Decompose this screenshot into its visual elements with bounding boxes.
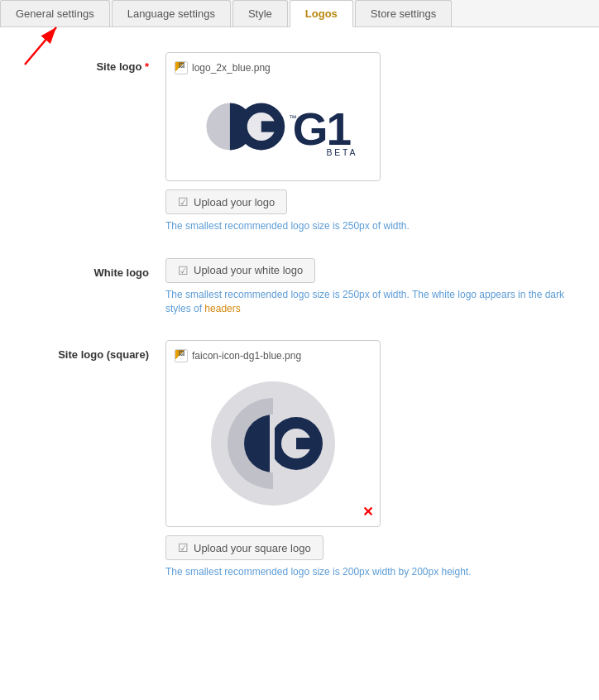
upload-icon: ☑ xyxy=(178,195,189,209)
site-logo-square-row: Site logo (square) 🖼 faicon-icon-dg1-blu… xyxy=(33,340,566,579)
white-logo-label: White logo xyxy=(33,258,165,279)
upload-logo-button[interactable]: ☑ Upload your logo xyxy=(165,189,287,214)
upload-white-icon: ☑ xyxy=(178,264,189,277)
delete-square-logo-button[interactable]: ✕ xyxy=(362,504,373,520)
tab-logos[interactable]: Logos xyxy=(290,0,353,27)
arrow-indicator xyxy=(8,11,74,69)
dg1-square-logo-svg xyxy=(207,377,339,510)
white-logo-row: White logo ☑ Upload your white logo The … xyxy=(33,258,566,316)
site-logo-preview: G1 ™ BETA xyxy=(175,81,371,172)
tab-store[interactable]: Store settings xyxy=(355,0,453,26)
site-logo-box: 🖼 logo_2x_blue.png G xyxy=(165,52,381,181)
site-logo-filename-row: 🖼 logo_2x_blue.png xyxy=(175,61,371,74)
svg-text:BETA: BETA xyxy=(326,148,357,157)
svg-rect-12 xyxy=(270,415,275,472)
square-file-icon: 🖼 xyxy=(175,349,188,362)
tab-bar: General settings Language settings Style… xyxy=(0,0,599,27)
main-content: Site logo * 🖼 logo_2x_blue.png xyxy=(0,27,599,629)
site-logo-help: The smallest recommended logo size is 25… xyxy=(165,219,566,233)
svg-text:G1: G1 xyxy=(293,103,352,155)
upload-square-icon: ☑ xyxy=(178,541,189,554)
site-logo-row: Site logo * 🖼 logo_2x_blue.png xyxy=(33,52,566,233)
site-logo-label: Site logo * xyxy=(33,52,165,73)
dg1-logo-svg: G1 ™ BETA xyxy=(183,89,363,164)
svg-rect-11 xyxy=(296,438,316,449)
upload-square-logo-button[interactable]: ☑ Upload your square logo xyxy=(165,535,323,560)
headers-link[interactable]: headers xyxy=(204,303,240,314)
tab-language[interactable]: Language settings xyxy=(112,0,231,26)
site-logo-field: 🖼 logo_2x_blue.png G xyxy=(165,52,566,233)
svg-rect-4 xyxy=(261,121,279,132)
file-icon: 🖼 xyxy=(175,61,188,74)
svg-text:™: ™ xyxy=(289,113,296,122)
site-logo-square-box: 🖼 faicon-icon-dg1-blue.png xyxy=(165,340,381,527)
white-logo-help: The smallest recommended logo size is 25… xyxy=(165,288,566,316)
svg-line-1 xyxy=(25,27,56,65)
site-logo-filename: logo_2x_blue.png xyxy=(192,62,271,74)
white-logo-field: ☑ Upload your white logo The smallest re… xyxy=(165,258,566,316)
site-logo-square-field: 🖼 faicon-icon-dg1-blue.png xyxy=(165,340,566,579)
tab-style[interactable]: Style xyxy=(232,0,288,26)
site-logo-square-label: Site logo (square) xyxy=(33,340,165,361)
site-logo-square-preview xyxy=(175,369,371,518)
upload-white-logo-button[interactable]: ☑ Upload your white logo xyxy=(165,258,315,283)
square-logo-filename: faicon-icon-dg1-blue.png xyxy=(192,350,301,362)
square-logo-help: The smallest recommended logo size is 20… xyxy=(165,565,566,579)
square-logo-filename-row: 🖼 faicon-icon-dg1-blue.png xyxy=(175,349,371,362)
